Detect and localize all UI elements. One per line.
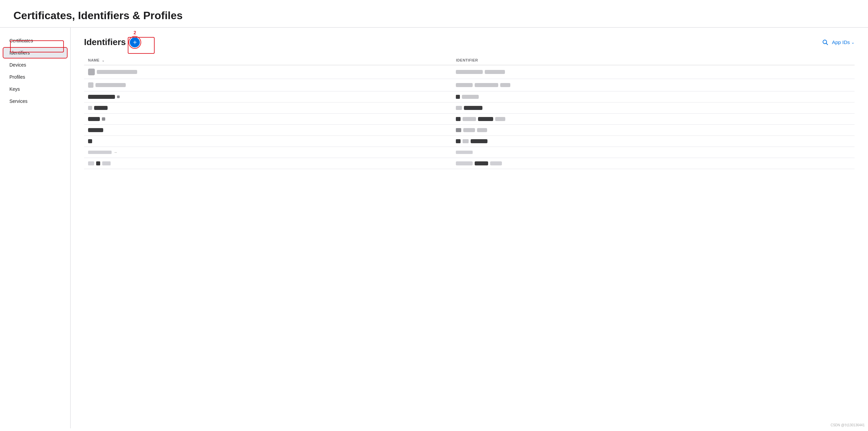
- filter-label: App IDs: [832, 39, 850, 45]
- table-row[interactable]: →: [84, 147, 855, 158]
- column-identifier: IDENTIFIER: [452, 56, 855, 65]
- svg-line-1: [826, 43, 828, 45]
- add-identifier-button[interactable]: +: [130, 37, 140, 48]
- content-title: Identifiers: [84, 37, 126, 48]
- sidebar-item-identifiers[interactable]: Identifiers 1: [3, 47, 68, 59]
- sidebar-item-devices[interactable]: Devices: [3, 59, 68, 71]
- identifiers-table: NAME ⌄ IDENTIFIER: [84, 56, 855, 169]
- page-title: Certificates, Identifiers & Profiles: [13, 9, 855, 22]
- sidebar: Certificates Identifiers 1 Devices Profi…: [0, 28, 71, 428]
- annotation-2: 2: [133, 30, 136, 35]
- search-icon: [822, 39, 829, 46]
- add-button-wrapper: 2 +: [130, 37, 140, 48]
- column-name[interactable]: NAME ⌄: [84, 56, 452, 65]
- sort-arrow-icon: ⌄: [102, 59, 104, 62]
- table-row[interactable]: [84, 114, 855, 125]
- sidebar-item-keys[interactable]: Keys: [3, 83, 68, 95]
- header-actions: App IDs ⌄: [822, 39, 855, 46]
- main-content: Identifiers 2 +: [71, 28, 868, 428]
- watermark: CSDN @刊130136441: [831, 423, 865, 428]
- table-row[interactable]: [84, 65, 855, 79]
- sidebar-item-services[interactable]: Services: [3, 95, 68, 107]
- sidebar-item-profiles[interactable]: Profiles: [3, 71, 68, 83]
- table-row[interactable]: [84, 125, 855, 136]
- table-row[interactable]: [84, 91, 855, 102]
- chevron-down-icon: ⌄: [851, 40, 855, 45]
- sidebar-item-certificates[interactable]: Certificates: [3, 35, 68, 47]
- table-row[interactable]: [84, 79, 855, 91]
- table-row[interactable]: [84, 102, 855, 114]
- table-row[interactable]: [84, 136, 855, 147]
- table-row[interactable]: [84, 158, 855, 169]
- filter-dropdown[interactable]: App IDs ⌄: [832, 39, 855, 45]
- search-button[interactable]: [822, 39, 829, 46]
